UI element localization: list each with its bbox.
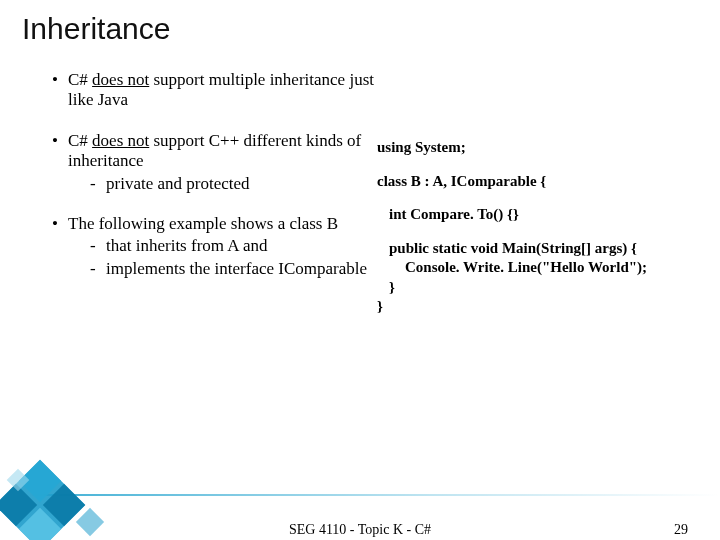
text: private and protected	[106, 174, 377, 194]
sub-bullet: - implements the interface IComparable	[90, 259, 377, 279]
svg-rect-5	[76, 508, 104, 536]
text-underline: does not	[92, 131, 149, 150]
page-title: Inheritance	[22, 12, 170, 46]
slide: Inheritance • C# does not support multip…	[0, 0, 720, 540]
sub-bullet: - that inherits from A and	[90, 236, 377, 256]
code-line: class B : A, IComparable {	[377, 172, 672, 192]
code-line: Console. Write. Line("Hello World");	[377, 258, 672, 278]
svg-rect-4	[19, 508, 61, 540]
text: that inherits from A and	[106, 236, 377, 256]
bullet-3: • The following example shows a class B …	[52, 214, 377, 279]
code-line: }	[377, 297, 672, 317]
sub-bullet: - private and protected	[90, 174, 377, 194]
content-area: • C# does not support multiple inheritan…	[52, 70, 672, 317]
page-number: 29	[674, 522, 688, 538]
svg-rect-2	[43, 484, 85, 526]
text: The following example shows a class B	[68, 214, 338, 233]
bullet-2: • C# does not support C++ different kind…	[52, 131, 377, 194]
text: C#	[68, 70, 92, 89]
bullet-column: • C# does not support multiple inheritan…	[52, 70, 377, 317]
svg-rect-6	[7, 469, 30, 492]
bullet-dot: •	[52, 70, 68, 111]
divider-bar	[0, 494, 720, 496]
dash-icon: -	[90, 259, 106, 279]
svg-rect-0	[0, 460, 85, 540]
text: implements the interface IComparable	[106, 259, 377, 279]
footer-center: SEG 4110 - Topic K - C#	[289, 522, 431, 538]
svg-rect-3	[0, 484, 37, 526]
code-line: }	[377, 278, 672, 298]
bullet-1: • C# does not support multiple inheritan…	[52, 70, 377, 111]
text-underline: does not	[92, 70, 149, 89]
bullet-dot: •	[52, 214, 68, 279]
code-column: using System; class B : A, IComparable {…	[377, 70, 672, 317]
code-line: using System;	[377, 138, 672, 158]
text: C#	[68, 131, 92, 150]
dash-icon: -	[90, 236, 106, 256]
bullet-dot: •	[52, 131, 68, 194]
code-line: public static void Main(String[] args) {	[377, 239, 672, 259]
dash-icon: -	[90, 174, 106, 194]
code-line: int Compare. To() {}	[377, 205, 672, 225]
